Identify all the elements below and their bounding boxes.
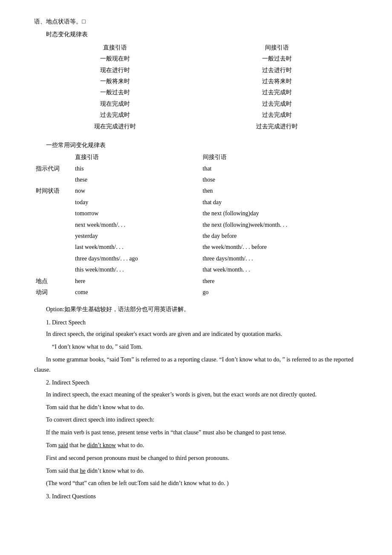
word-change-row: next week/month/. . . the next (followin… <box>34 220 358 231</box>
word-change-indirect: the day before <box>201 231 358 242</box>
word-change-direct: this week/month/. . . <box>73 264 201 275</box>
word-change-row: today that day <box>34 197 358 208</box>
tense-row: 一般过去时 过去完成时 <box>34 87 358 98</box>
tense-direct: 现在完成时 <box>34 98 196 110</box>
word-change-indirect: go <box>201 287 358 298</box>
word-change-category: 时间状语 <box>34 185 73 197</box>
tense-direct: 一般将来时 <box>34 76 196 87</box>
paragraph: In direct speech, the original speaker's… <box>34 329 358 339</box>
word-change-direct: here <box>73 276 201 287</box>
tense-section: 时态变化规律表 直接引语 间接引语 一般现在时 一般过去时 现在进行时 过去进行… <box>34 30 358 132</box>
word-change-row: three days/months/. . . ago three days/m… <box>34 253 358 264</box>
word-change-category: 地点 <box>34 276 73 287</box>
tense-table-title: 时态变化规律表 <box>34 30 358 39</box>
paragraph: First and second person pronouns must be… <box>34 453 358 463</box>
word-change-row: 时间状语 now then <box>34 185 358 197</box>
tense-indirect: 过去完成时 <box>196 87 358 98</box>
word-change-row: 指示代词 this that <box>34 163 358 174</box>
tense-header-indirect: 间接引语 <box>196 42 358 53</box>
word-change-direct: last week/month/. . . <box>73 242 201 253</box>
word-change-indirect: then <box>201 185 358 197</box>
tense-header-direct: 直接引语 <box>34 42 196 53</box>
tense-indirect: 过去完成时 <box>196 110 358 121</box>
tense-header-row: 直接引语 间接引语 <box>34 42 358 53</box>
paragraph: In indirect speech, the exact meaning of… <box>34 390 358 400</box>
word-change-table: 直接引语 间接引语 指示代词 this that these those 时间状… <box>34 152 358 298</box>
word-change-title: 一些常用词变化规律表 <box>34 141 358 150</box>
paragraph: In some grammar books, “said Tom” is ref… <box>34 355 358 375</box>
word-change-header-direct: 直接引语 <box>73 152 201 163</box>
underline-said: said <box>58 442 68 448</box>
word-change-category <box>34 231 73 242</box>
word-change-category <box>34 253 73 264</box>
word-change-row: yesterday the day before <box>34 231 358 242</box>
word-change-indirect: the week/month/. . . before <box>201 242 358 253</box>
word-change-direct: tomorrow <box>73 208 201 219</box>
section-heading: 2. Indirect Speech <box>34 378 358 387</box>
word-change-row: last week/month/. . . the week/month/. .… <box>34 242 358 253</box>
word-change-direct: this <box>73 163 201 174</box>
word-change-direct: come <box>73 287 201 298</box>
word-change-indirect: that week/month. . . <box>201 264 358 275</box>
word-change-row: tomorrow the next (following)day <box>34 208 358 219</box>
word-change-row: this week/month/. . . that week/month. .… <box>34 264 358 275</box>
word-change-section: 一些常用词变化规律表 直接引语 间接引语 指示代词 this that thes… <box>34 141 358 298</box>
tense-indirect: 过去将来时 <box>196 76 358 87</box>
content-sections: 1. Direct SpeechIn direct speech, the or… <box>34 318 358 502</box>
section-heading: 1. Direct Speech <box>34 318 358 327</box>
word-change-category: 指示代词 <box>34 163 73 174</box>
word-change-indirect: three days/month/. . . <box>201 253 358 264</box>
paragraph: “I don’t know what to do, ” said Tom. <box>34 342 358 352</box>
tense-indirect: 过去完成进行时 <box>196 121 358 132</box>
paragraph: (The word “that” can often be left out:T… <box>34 478 358 489</box>
tense-row: 现在完成进行时 过去完成进行时 <box>34 121 358 132</box>
word-change-indirect: there <box>201 276 358 287</box>
underline-he: he <box>80 468 86 474</box>
tense-row: 现在进行时 过去进行时 <box>34 65 358 76</box>
underline-didnt-know: didn’t know <box>87 442 116 448</box>
word-change-category <box>34 264 73 275</box>
tense-direct: 现在完成进行时 <box>34 121 196 132</box>
word-change-indirect: those <box>201 174 358 185</box>
tense-row: 一般将来时 过去将来时 <box>34 76 358 87</box>
option-line: Option:如果学生基础较好，语法部分也可用英语讲解。 <box>34 305 358 314</box>
word-change-row: these those <box>34 174 358 185</box>
tense-row: 一般现在时 一般过去时 <box>34 53 358 64</box>
tense-direct: 现在进行时 <box>34 65 196 76</box>
word-change-category <box>34 208 73 219</box>
paragraph: Tom said that he didn’t know what to do. <box>34 440 358 451</box>
word-change-direct: yesterday <box>73 231 201 242</box>
paragraph: To convert direct speech into indirect s… <box>34 415 358 425</box>
tense-indirect: 一般过去时 <box>196 53 358 64</box>
tense-row: 现在完成时 过去完成时 <box>34 98 358 110</box>
word-change-indirect: that day <box>201 197 358 208</box>
word-change-indirect: the next (following)day <box>201 208 358 219</box>
intro-line: 语、地点状语等。□ <box>34 17 358 26</box>
word-change-category <box>34 242 73 253</box>
word-change-category <box>34 174 73 185</box>
word-change-header: 直接引语 间接引语 <box>34 152 358 163</box>
word-change-indirect: that <box>201 163 358 174</box>
word-change-direct: now <box>73 185 201 197</box>
word-change-direct: today <box>73 197 201 208</box>
tense-change-table: 直接引语 间接引语 一般现在时 一般过去时 现在进行时 过去进行时 一般将来时 … <box>34 42 358 132</box>
tense-direct: 一般过去时 <box>34 87 196 98</box>
section-heading: 3. Indirect Questions <box>34 492 358 501</box>
paragraph: If the main verb is past tense, present … <box>34 428 358 438</box>
tense-direct: 一般现在时 <box>34 53 196 64</box>
word-change-direct: next week/month/. . . <box>73 220 201 231</box>
word-change-direct: these <box>73 174 201 185</box>
word-change-indirect: the next (following)week/month. . . <box>201 220 358 231</box>
word-change-direct: three days/months/. . . ago <box>73 253 201 264</box>
tense-indirect: 过去进行时 <box>196 65 358 76</box>
word-change-category <box>34 197 73 208</box>
tense-indirect: 过去完成时 <box>196 98 358 110</box>
tense-direct: 过去完成时 <box>34 110 196 121</box>
word-change-header-indirect: 间接引语 <box>201 152 358 163</box>
word-change-category <box>34 220 73 231</box>
word-change-row: 地点 here there <box>34 276 358 287</box>
tense-row: 过去完成时 过去完成时 <box>34 110 358 121</box>
word-change-category: 动词 <box>34 287 73 298</box>
word-change-row: 动词 come go <box>34 287 358 298</box>
paragraph: Tom said that he didn’t know what to do. <box>34 466 358 476</box>
